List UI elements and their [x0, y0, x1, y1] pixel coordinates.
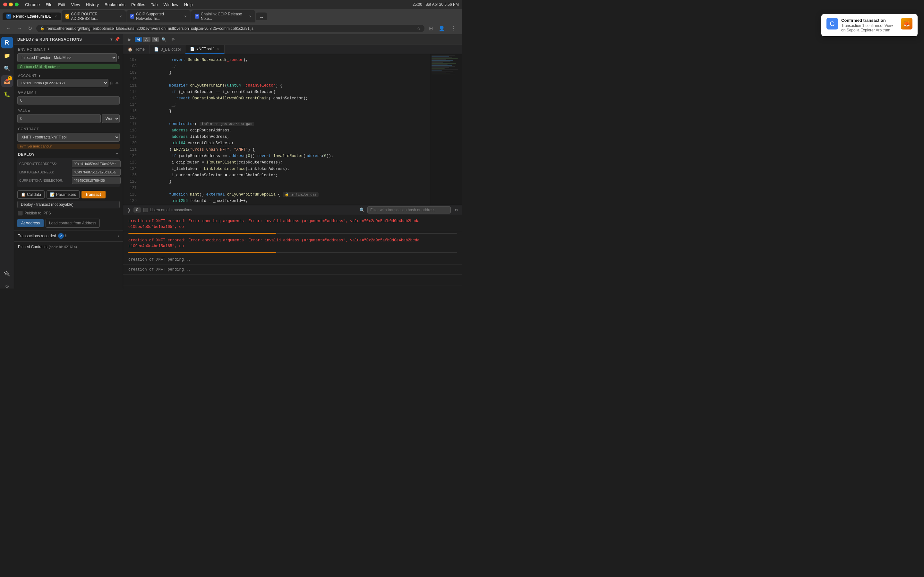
param-input-linktokenaddress[interactable]	[72, 169, 121, 176]
search-toolbar-icon[interactable]: 🔍	[160, 35, 168, 43]
calldata-button[interactable]: 📋 Calldata	[17, 190, 45, 199]
listen-row: Listen on all transactions	[144, 208, 192, 212]
environment-dropdown[interactable]: Injected Provider - MetaMask	[17, 53, 117, 62]
env-info-icon[interactable]: ℹ	[48, 47, 49, 51]
param-row-0: CCIPROUTERADDRESS:	[19, 160, 118, 167]
tab-chainlink[interactable]: C Chainlink CCIP Release Note... ✕	[191, 10, 255, 23]
account-info-icon[interactable]: ●	[39, 74, 41, 77]
lock-icon: 🔒	[40, 26, 45, 31]
zoom-icon[interactable]: ⊕	[169, 35, 177, 43]
sidebar-btn-plugin[interactable]: 🔌	[1, 268, 13, 279]
url-input[interactable]: 🔒 remix.ethereum.org/#lang=en&optimize=f…	[36, 25, 425, 32]
tab-close-chainlink[interactable]: ✕	[249, 15, 252, 18]
env-detail-icon[interactable]: ℹ	[118, 55, 120, 60]
evm-badge: evm version: cancun	[17, 143, 120, 149]
menu-view[interactable]: View	[71, 2, 80, 7]
menu-bookmarks[interactable]: Bookmarks	[105, 2, 126, 7]
value-row: Wei	[17, 114, 120, 123]
menu-edit[interactable]: Edit	[58, 2, 65, 7]
sidebar-btn-deploy[interactable]: 📤 1	[1, 75, 13, 87]
more-options-icon[interactable]: ⋮	[449, 25, 457, 32]
sidebar-btn-settings[interactable]: ⚙	[1, 280, 13, 288]
icon-sidebar: R 📁 🔍 📤 1 🐛 🔌 ⚙	[0, 34, 14, 288]
menu-chrome[interactable]: Chrome	[25, 2, 40, 7]
account-row: 0x209...228b3 (0.22737868 ⎘ ✏	[17, 79, 120, 87]
console-search-icon[interactable]: 🔍	[359, 207, 365, 213]
sidebar-btn-remix[interactable]: R	[1, 37, 13, 48]
tab-xnft[interactable]: 📄 xNFT.sol 1 ✕	[186, 45, 225, 54]
tab-ccip-router[interactable]: C CCIP ROUTER ADDRESS for... ✕	[61, 10, 126, 23]
profile-icon[interactable]: 👤	[437, 25, 447, 32]
code-line-116	[143, 114, 426, 121]
menu-history[interactable]: History	[86, 2, 99, 7]
code-editor[interactable]: revert SenderNotEnabled(_sender); _; } m…	[139, 54, 430, 205]
address-bar: ← → ↻ 🔒 remix.ethereum.org/#lang=en&opti…	[3, 24, 459, 33]
transactions-arrow-icon[interactable]: ›	[118, 234, 119, 238]
traffic-lights[interactable]	[3, 3, 19, 6]
ai-badge-2[interactable]: AI	[143, 37, 150, 42]
menu-tab[interactable]: Tab	[151, 2, 158, 7]
edit-account-icon[interactable]: ✏	[115, 80, 120, 86]
gas-limit-input[interactable]	[17, 96, 120, 105]
publish-checkbox[interactable]	[18, 211, 23, 215]
console-search-input[interactable]	[367, 206, 451, 213]
tab-xnft-close-icon[interactable]: ✕	[217, 47, 220, 51]
ai-badge-3[interactable]: AI	[152, 37, 159, 42]
param-label-2: CURRENTCHAINSELECTOR:	[19, 179, 71, 182]
transactions-section[interactable]: Transactions recorded 2 ℹ ›	[14, 230, 123, 242]
console-collapse-icon[interactable]: ❯	[127, 207, 131, 213]
unit-select[interactable]: Wei	[102, 114, 120, 123]
menu-file[interactable]: File	[45, 2, 52, 7]
collapse-deploy-icon[interactable]: ⌃	[115, 152, 119, 157]
panel-dropdown-icon[interactable]: ▾	[110, 37, 113, 42]
maximize-button[interactable]	[15, 3, 19, 6]
minimize-button[interactable]	[9, 3, 13, 6]
reload-button[interactable]: ↻	[26, 25, 34, 32]
account-dropdown[interactable]: 0x209...228b3 (0.22737868	[17, 79, 108, 87]
tab-close-ccip-router[interactable]: ✕	[120, 15, 122, 18]
console-clear-icon[interactable]: ↺	[455, 208, 458, 213]
menu-window[interactable]: Window	[163, 2, 178, 7]
console-cursor[interactable]: |	[130, 288, 133, 288]
panel-header: DEPLOY & RUN TRANSACTIONS ▾ 📌	[14, 34, 123, 45]
pinned-label: Pinned Contracts	[18, 245, 47, 249]
tab-ballot[interactable]: 📄 3_Ballot.sol	[150, 45, 186, 53]
forward-button[interactable]: →	[15, 25, 24, 32]
tab-home[interactable]: 🏠 Home	[123, 45, 150, 53]
constructor-params: CCIPROUTERADDRESS: LINKTOKENADDRESS: CUR…	[17, 158, 120, 187]
contract-dropdown[interactable]: XNFT - contracts/xNFT.sol	[17, 133, 120, 142]
load-contract-button[interactable]: Load contract from Address	[45, 219, 100, 227]
value-input[interactable]	[17, 114, 101, 123]
panel-pin-icon[interactable]: 📌	[115, 37, 120, 42]
copy-account-icon[interactable]: ⎘	[110, 80, 113, 86]
parameters-button[interactable]: 📝 Parameters	[47, 190, 79, 199]
param-input-cciprouteraddress[interactable]	[72, 160, 121, 167]
bookmark-icon[interactable]: ☆	[417, 26, 421, 31]
run-button[interactable]: ▶	[126, 35, 134, 43]
code-line-122: if (ccipRouterAddress == address(0)) rev…	[143, 153, 426, 159]
close-button[interactable]	[3, 3, 7, 6]
transact-button[interactable]: transact	[81, 191, 105, 198]
menu-profiles[interactable]: Profiles	[131, 2, 145, 7]
param-label-0: CCIPROUTERADDRESS:	[19, 162, 71, 166]
at-address-button[interactable]: At Address	[17, 219, 44, 227]
back-button[interactable]: ←	[5, 25, 13, 32]
extensions-icon[interactable]: ⊞	[427, 25, 435, 32]
param-row-1: LINKTOKENADDRESS:	[19, 169, 118, 176]
info-icon[interactable]: ℹ	[65, 234, 67, 238]
browser-chrome: R Remix - Ethereum IDE ✕ C CCIP ROUTER A…	[0, 9, 462, 34]
deploy-header: DEPLOY ⌃	[14, 149, 123, 158]
ai-badge-1[interactable]: AI	[135, 37, 142, 42]
tab-close-ccip-networks[interactable]: ✕	[184, 15, 187, 18]
sidebar-btn-search[interactable]: 🔍	[1, 63, 13, 74]
param-input-currentchainselector[interactable]	[72, 177, 121, 184]
tab-close-remix[interactable]: ✕	[55, 15, 57, 18]
sidebar-btn-debug[interactable]: 🐛	[1, 88, 13, 100]
listen-checkbox[interactable]	[144, 208, 148, 212]
date-display: Sat Apr 20 5:56 PM	[425, 2, 459, 7]
tab-remix[interactable]: R Remix - Ethereum IDE ✕	[3, 13, 61, 20]
sidebar-btn-files[interactable]: 📁	[1, 50, 13, 61]
tab-more[interactable]: ...	[256, 13, 267, 20]
menu-help[interactable]: Help	[184, 2, 193, 7]
tab-ccip-networks[interactable]: C CCIP Supported Networks Te... ✕	[126, 10, 191, 23]
